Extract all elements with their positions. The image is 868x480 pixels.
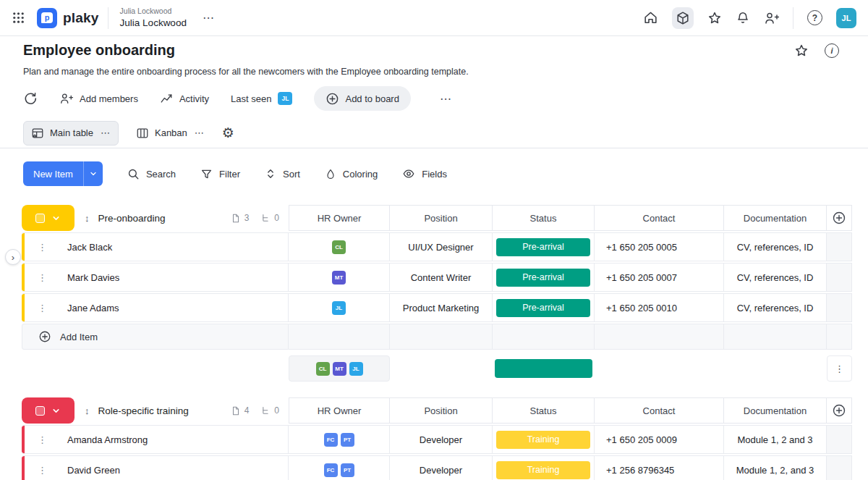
item-name[interactable]: David Green — [67, 465, 120, 476]
owner-avatar[interactable]: MT — [333, 362, 346, 376]
column-header-position[interactable]: Position — [390, 397, 493, 424]
documentation-cell[interactable]: CV, references, ID — [724, 293, 827, 322]
tab-kanban-more-icon[interactable]: ⋯ — [195, 127, 205, 138]
hr-owner-cell[interactable]: FC PT — [289, 425, 390, 454]
status-cell[interactable]: Pre-arrival — [493, 232, 595, 261]
table-row[interactable]: ⋮ Amanda Armstrong FC PT Developer Train… — [22, 425, 852, 454]
status-badge[interactable]: Pre-arrival — [496, 238, 590, 256]
table-row[interactable]: ⋮ Mark Davies MT Content Writer Pre-arri… — [22, 263, 852, 292]
group-name[interactable]: Pre-onboarding — [98, 213, 166, 224]
position-cell[interactable]: Developer — [390, 425, 493, 454]
hr-owner-cell[interactable]: MT — [289, 263, 390, 292]
status-badge[interactable]: Pre-arrival — [496, 299, 590, 317]
coloring-button[interactable]: Coloring — [325, 168, 378, 180]
group-checkbox[interactable] — [35, 214, 45, 223]
status-cell[interactable]: Pre-arrival — [493, 263, 595, 292]
contact-cell[interactable]: +1 650 205 0009 — [595, 425, 724, 454]
item-name[interactable]: Mark Davies — [67, 272, 119, 283]
hr-owner-cell[interactable]: CL — [289, 232, 390, 261]
table-row[interactable]: ⋮ Jane Adams JL Product Marketing Pre-ar… — [22, 293, 852, 322]
position-cell[interactable]: UI/UX Designer — [390, 232, 493, 261]
drag-handle-icon[interactable]: ⋮ — [38, 272, 47, 283]
column-header-documentation[interactable]: Documentation — [724, 205, 827, 231]
tab-main-table-more-icon[interactable]: ⋯ — [101, 127, 111, 138]
add-column-button[interactable] — [827, 397, 852, 424]
contact-cell[interactable]: +1 650 205 0007 — [595, 263, 724, 292]
documentation-cell[interactable]: CV, references, ID — [724, 263, 827, 292]
documentation-cell[interactable]: Module 1, 2 and 3 — [724, 425, 827, 454]
contact-cell[interactable]: +1 256 8796345 — [595, 455, 724, 480]
item-name-cell[interactable]: ⋮ Amanda Armstrong — [22, 425, 289, 454]
search-button[interactable]: Search — [127, 168, 176, 180]
filter-button[interactable]: Filter — [200, 168, 240, 180]
group-drag-icon[interactable]: ↕ — [85, 213, 90, 224]
column-header-position[interactable]: Position — [390, 205, 493, 231]
position-cell[interactable]: Developer — [390, 455, 493, 480]
documentation-cell[interactable]: Module 1, 2, and 3 — [724, 455, 827, 480]
hr-owner-cell[interactable]: FC PT — [289, 455, 390, 480]
status-distribution-bar[interactable] — [495, 359, 592, 378]
drag-handle-icon[interactable]: ⋮ — [38, 465, 47, 476]
plaky-logo[interactable]: p plaky — [37, 8, 99, 28]
view-settings-gear-icon[interactable]: ⚙ — [222, 125, 234, 141]
column-header-hr-owner[interactable]: HR Owner — [289, 397, 390, 424]
group-collapse-control[interactable] — [22, 205, 75, 231]
last-seen-avatar[interactable]: JL — [278, 92, 292, 105]
owner-avatar[interactable]: CL — [332, 240, 346, 254]
drag-handle-icon[interactable]: ⋮ — [38, 303, 47, 313]
item-name[interactable]: Amanda Armstrong — [67, 434, 148, 445]
summary-menu-icon[interactable]: ⋮ — [827, 355, 852, 382]
owner-avatar[interactable]: JL — [332, 301, 346, 315]
item-name[interactable]: Jack Black — [67, 242, 112, 253]
column-header-contact[interactable]: Contact — [595, 205, 724, 231]
add-item-row[interactable]: Add Item — [22, 324, 852, 350]
sort-button[interactable]: Sort — [265, 168, 300, 180]
column-header-contact[interactable]: Contact — [595, 397, 724, 424]
group-collapse-control[interactable] — [22, 397, 75, 424]
new-item-button[interactable]: New Item — [23, 161, 103, 186]
owner-avatar[interactable]: FC — [324, 433, 338, 447]
add-members-button[interactable]: Add members — [59, 92, 138, 105]
item-name-cell[interactable]: ⋮ Jane Adams — [22, 293, 289, 322]
item-name-cell[interactable]: ⋮ Mark Davies — [22, 263, 289, 292]
table-row[interactable]: ⋮ David Green FC PT Developer Training +… — [22, 455, 852, 480]
drag-handle-icon[interactable]: ⋮ — [38, 242, 47, 253]
help-icon[interactable]: ? — [807, 10, 822, 25]
item-name-cell[interactable]: ⋮ Jack Black — [22, 232, 289, 261]
summary-owners[interactable]: CL MT JL — [289, 355, 390, 382]
position-cell[interactable]: Product Marketing — [390, 293, 493, 322]
owner-avatar[interactable]: FC — [324, 463, 338, 477]
owner-avatar[interactable]: PT — [341, 433, 354, 447]
hr-owner-cell[interactable]: JL — [289, 293, 390, 322]
column-header-status[interactable]: Status — [493, 205, 595, 231]
board-star-icon[interactable] — [794, 43, 809, 58]
owner-avatar[interactable]: JL — [349, 362, 363, 376]
activity-button[interactable]: Activity — [160, 92, 209, 105]
summary-status[interactable] — [493, 355, 595, 382]
status-cell[interactable]: Training — [493, 455, 595, 480]
last-seen[interactable]: Last seen JL — [231, 92, 292, 105]
new-item-caret[interactable] — [84, 161, 103, 186]
sidebar-expand-button[interactable]: › — [5, 249, 21, 265]
add-item-cell[interactable]: Add Item — [22, 324, 289, 350]
owner-avatar[interactable]: PT — [341, 463, 354, 477]
activity-log-icon[interactable] — [23, 91, 38, 106]
owner-avatar[interactable]: MT — [332, 271, 346, 285]
status-badge[interactable]: Training — [496, 461, 590, 479]
notifications-bell-icon[interactable] — [736, 11, 750, 25]
status-badge[interactable]: Pre-arrival — [496, 269, 590, 287]
home-icon[interactable] — [643, 10, 658, 25]
add-to-board-button[interactable]: Add to board — [314, 86, 410, 111]
toolbar-more-icon[interactable]: ⋯ — [440, 92, 452, 106]
group-drag-icon[interactable]: ↕ — [85, 405, 90, 416]
add-column-button[interactable] — [827, 205, 852, 231]
status-badge[interactable]: Training — [496, 431, 590, 449]
user-avatar[interactable]: JL — [836, 8, 856, 28]
favorites-star-icon[interactable] — [707, 11, 722, 25]
tab-main-table[interactable]: Main table ⋯ — [23, 121, 119, 146]
owner-avatar[interactable]: CL — [316, 362, 330, 376]
boards-icon[interactable] — [672, 7, 694, 29]
invite-member-icon[interactable] — [764, 11, 779, 25]
column-header-status[interactable]: Status — [493, 397, 595, 424]
contact-cell[interactable]: +1 650 205 0005 — [595, 232, 724, 261]
